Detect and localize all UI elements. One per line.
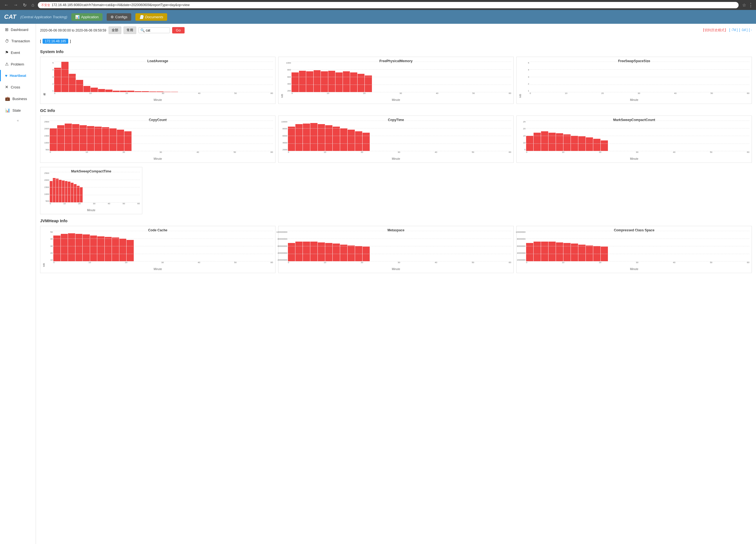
chart-area-compressed-class-space: 1000000080000006000000400000020000000102… [519,233,749,267]
bar-0 [292,72,299,92]
chart-area-load-average: 次数543210102030405060 [43,64,273,98]
bars-mark-sweep-compact-count [526,120,749,151]
menu-icon[interactable]: ⋮ [748,2,753,8]
x-tick: 10 [327,92,329,94]
bars-code-cache [53,231,273,261]
bar-5 [90,235,97,261]
sidebar-item-dashboard[interactable]: ⊞ Dashboard [0,24,36,35]
history-mode-link[interactable]: 【切到历史模式】 [701,28,728,33]
top-bar: 2020-06-06 09:00:00 to 2020-06-06 09:59:… [40,27,752,34]
bookmark-icon[interactable]: ☆ [742,2,746,8]
x-tick: 0 [526,261,527,264]
system-info-charts: LoadAverage次数543210102030405060MinuteFre… [40,57,752,104]
chart-free-swap-space-size: FreeSwapSpaceSizeMB543210102030405060Min… [516,57,752,104]
y-tick: 3 [53,76,54,78]
configs-button[interactable]: ⚙ Configs [107,13,131,21]
bar-6 [333,127,340,151]
bar-3 [310,241,317,261]
x-tick: 50 [234,261,237,264]
y-tick: 20000000 [277,259,287,261]
bar-0 [526,243,533,261]
chart-inner-load-average: 543210102030405060 [47,62,273,98]
bar-7 [105,90,112,92]
go-button[interactable]: Go [172,27,185,33]
bar-3 [59,180,62,202]
forward-button[interactable]: → [12,2,19,8]
sidebar-item-transaction[interactable]: ⏱ Transaction [0,35,36,47]
application-button[interactable]: 📊 Application [71,13,103,21]
bars-mark-sweep-compact-time [50,172,140,202]
sidebar-collapse-button[interactable]: « [0,116,36,125]
y-tick: 40 [50,238,53,240]
refresh-button[interactable]: ↻ [22,2,28,8]
bar-0 [50,181,53,202]
bar-5 [328,71,335,92]
y-tick: 4000000 [517,252,526,254]
x-tick: 10 [324,261,326,264]
x-label-code-cache: Minute [43,267,273,270]
sidebar: ⊞ Dashboard ⏱ Transaction ⚑ Event ⚠ Prob… [0,24,36,544]
x-tick: 20 [125,261,127,264]
url-bar[interactable]: 不安全 172.16.48.185:8080/cat/r/h?domain=ca… [38,2,739,8]
sidebar-item-event[interactable]: ⚑ Event [0,47,36,58]
y-label-code-cache: MB [43,263,45,267]
more-link[interactable]: [ - [749,28,752,33]
problem-icon: ⚠ [5,62,9,67]
bar-8 [348,130,355,151]
x-tick: 30 [93,202,95,205]
bar-9 [358,74,365,92]
sidebar-item-state[interactable]: 📊 State [0,104,36,116]
sidebar-label-cross: Cross [11,85,20,89]
bar-0 [50,128,57,151]
ip-address[interactable]: 172.16.48.185 [43,39,68,44]
common-button[interactable]: 常用 [124,27,136,34]
bar-8 [586,137,593,151]
x-tick: 30 [398,151,400,153]
bars-metaspace [288,231,511,261]
y-axis-copy-time: 100008000600040002000 [281,120,287,151]
home-button[interactable]: ⌂ [30,2,36,8]
sidebar-item-problem[interactable]: ⚠ Problem [0,58,36,70]
x-label-copy-count: Minute [43,157,273,160]
bar-1 [61,62,68,92]
chart-area-copy-time: 1000080006000400020000102030405060 [281,123,511,156]
x-tick: 60 [509,261,511,264]
chart-metaspace: Metaspace1000000008000000060000000400000… [278,226,514,273]
bar-3 [75,234,83,261]
x-label-free-physical-memory: Minute [281,98,511,101]
bar-9 [593,246,600,261]
y-tick: 8000000 [517,238,526,240]
x-tick: 10 [562,261,564,264]
sidebar-item-business[interactable]: 💼 Business [0,93,36,104]
bar-9 [355,131,362,151]
date-range: 2020-06-06 09:00:00 to 2020-06-06 09:59:… [40,28,106,32]
chart-area-free-physical-memory: MB10008006004002000102030405060 [281,64,511,98]
y-tick: 10000000 [516,231,526,233]
x-ticks-code-cache: 0102030405060 [53,261,273,267]
sidebar-item-heartbeat[interactable]: ♥ Heartbeat [0,70,36,81]
x-tick: 10 [89,92,92,94]
y-tick: 1500 [44,135,49,137]
back-button[interactable]: ← [3,2,10,8]
x-tick: 20 [125,92,128,94]
business-icon: 💼 [5,96,10,101]
gc-info-charts-2: MarkSweepCompactTime25002000150010005000… [40,167,752,214]
bar-0 [288,127,295,151]
bar-9 [593,139,600,151]
y-tick: 2500 [44,172,49,174]
documents-button[interactable]: 📄 Documents [135,13,167,21]
search-input[interactable] [146,28,168,32]
dashboard-icon: ⊞ [5,27,9,32]
bar-9 [119,238,127,261]
event-icon: ⚑ [5,50,9,55]
minus-7d-link[interactable]: [ -7d ] [729,28,738,33]
x-tick: 50 [472,151,474,153]
chart-mark-sweep-compact-time: MarkSweepCompactTime25002000150010005000… [40,167,142,214]
minus-1d-link[interactable]: [ -1d ] [739,28,748,33]
bar-3 [548,241,556,261]
x-tick: 30 [159,151,162,153]
bars-copy-time [288,120,511,151]
x-tick: 10 [324,151,326,153]
sidebar-item-cross[interactable]: ✕ Cross [0,81,36,93]
all-button[interactable]: 全部 [109,27,121,34]
